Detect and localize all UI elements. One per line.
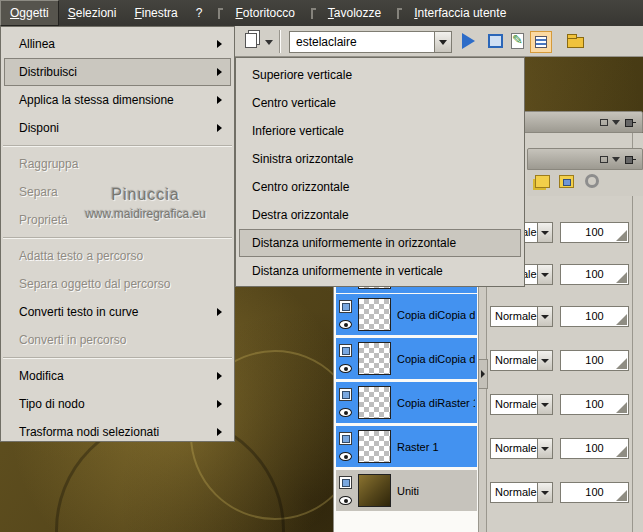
preview-icon[interactable] bbox=[485, 31, 507, 53]
opacity-field[interactable]: 100 bbox=[560, 264, 629, 285]
layer-row[interactable]: Copia diCopia diRas... bbox=[336, 338, 477, 379]
edit-preset-icon[interactable]: ✎ bbox=[508, 31, 530, 53]
menu-item-trasforma-nodi-selezionati[interactable]: Trasforma nodi selezionati bbox=[4, 418, 231, 446]
layer-thumbnail bbox=[358, 342, 391, 375]
layer-name: Raster 1 bbox=[397, 441, 439, 453]
opacity-field[interactable]: 100 bbox=[560, 222, 629, 243]
combo-arrow-icon[interactable] bbox=[434, 32, 451, 52]
submenu-arrow-icon bbox=[217, 68, 222, 76]
layer-row[interactable]: Copia diCopia diCop... bbox=[336, 294, 477, 335]
blend-mode-combo[interactable]: Normale bbox=[490, 350, 553, 371]
menu-item-distribuisci[interactable]: Distribuisci bbox=[4, 58, 231, 86]
submenu-item-sinistra-orizzontale[interactable]: Sinistra orizzontale bbox=[239, 145, 521, 173]
pin-icon[interactable] bbox=[624, 116, 637, 128]
visibility-eye-icon[interactable] bbox=[339, 320, 352, 329]
layer-type-icon bbox=[339, 432, 352, 445]
menu-item-adatta-testo-a-percorso[interactable]: Adatta testo a percorso bbox=[4, 242, 231, 270]
menubar-item-selezioni[interactable]: Selezioni bbox=[59, 0, 126, 26]
menu-separator bbox=[3, 357, 232, 359]
submenu-item-superiore-verticale[interactable]: Superiore verticale bbox=[239, 61, 521, 89]
new-vector-layer-icon[interactable] bbox=[559, 175, 574, 188]
visibility-eye-icon[interactable] bbox=[339, 408, 352, 417]
opacity-field[interactable]: 100 bbox=[560, 350, 629, 371]
combo-arrow-icon[interactable] bbox=[537, 265, 552, 284]
opacity-field[interactable]: 100 bbox=[560, 482, 629, 503]
resource-list-icon[interactable] bbox=[530, 31, 552, 53]
submenu-arrow-icon bbox=[217, 124, 222, 132]
opacity-field[interactable]: 100 bbox=[560, 306, 629, 327]
menu-item-raggruppa[interactable]: Raggruppa bbox=[4, 150, 231, 178]
submenu-arrow-icon bbox=[217, 96, 222, 104]
combo-arrow-icon[interactable] bbox=[537, 395, 552, 414]
export-icon[interactable] bbox=[565, 31, 587, 53]
preset-dropdown-icon[interactable] bbox=[265, 40, 273, 45]
splitter-handle-icon[interactable] bbox=[478, 359, 488, 389]
restore-icon[interactable] bbox=[600, 156, 608, 163]
blend-mode-combo[interactable]: Normale bbox=[490, 306, 553, 327]
menu-item-tipo-di-nodo[interactable]: Tipo di nodo bbox=[4, 390, 231, 418]
combo-arrow-icon[interactable] bbox=[537, 351, 552, 370]
submenu-arrow-icon bbox=[217, 40, 222, 48]
toolbar-grip-icon bbox=[311, 8, 316, 19]
menu-separator bbox=[3, 145, 232, 147]
menu-separator bbox=[3, 237, 232, 239]
menu-item-allinea[interactable]: Allinea bbox=[4, 30, 231, 58]
copy-preset-icon[interactable] bbox=[245, 33, 257, 48]
layer-type-icon bbox=[339, 300, 352, 313]
submenu-arrow-icon bbox=[217, 308, 222, 316]
opacity-field[interactable]: 100 bbox=[560, 394, 629, 415]
restore-icon[interactable] bbox=[600, 119, 608, 126]
combo-arrow-icon[interactable] bbox=[537, 307, 552, 326]
blend-mode-combo[interactable]: Normale bbox=[490, 394, 553, 415]
apply-icon[interactable] bbox=[462, 33, 475, 49]
combo-arrow-icon[interactable] bbox=[537, 439, 552, 458]
menubar-item-help[interactable]: ? bbox=[187, 0, 212, 26]
layer-row[interactable]: Raster 1 bbox=[336, 426, 477, 467]
menu-item-converti-testo-in-curve[interactable]: Converti testo in curve bbox=[4, 298, 231, 326]
submenu-item-inferiore-verticale[interactable]: Inferiore verticale bbox=[239, 117, 521, 145]
combo-arrow-icon[interactable] bbox=[537, 483, 552, 502]
menu-item-proprieta[interactable]: Proprietà bbox=[4, 206, 231, 234]
menu-caret-icon[interactable] bbox=[612, 157, 620, 162]
layer-type-icon bbox=[339, 344, 352, 357]
toolbar-grip-icon bbox=[218, 8, 223, 19]
menubar: Oggetti Selezioni Finestra ? Fotoritocco… bbox=[0, 0, 643, 26]
layer-thumbnail bbox=[358, 298, 391, 331]
submenu-item-distanza-uniformemente-in-verticale[interactable]: Distanza uniformemente in verticale bbox=[239, 257, 521, 285]
combo-arrow-icon[interactable] bbox=[537, 223, 552, 242]
submenu-item-distanza-uniformemente-in-orizzontale[interactable]: Distanza uniformemente in orizzontale bbox=[239, 229, 521, 257]
menubar-item-oggetti[interactable]: Oggetti bbox=[0, 0, 59, 26]
toolbar-grip-icon bbox=[397, 8, 402, 19]
menu-item-applica-stessa-dimensione[interactable]: Applica la stessa dimensione bbox=[4, 86, 231, 114]
blend-mode-combo[interactable]: Normale bbox=[490, 438, 553, 459]
menu-item-modifica[interactable]: Modifica bbox=[4, 362, 231, 390]
new-layer-icon[interactable] bbox=[535, 175, 550, 188]
layer-row[interactable]: Copia diRaster 1 bbox=[336, 382, 477, 423]
menu-item-separa-oggetto-dal-percorso[interactable]: Separa oggetto dal percorso bbox=[4, 270, 231, 298]
menu-caret-icon[interactable] bbox=[612, 120, 620, 125]
menubar-item-finestra[interactable]: Finestra bbox=[125, 0, 186, 26]
opacity-field[interactable]: 100 bbox=[560, 438, 629, 459]
menu-item-disponi[interactable]: Disponi bbox=[4, 114, 231, 142]
submenu-item-centro-verticale[interactable]: Centro verticale bbox=[239, 89, 521, 117]
menu-item-separa[interactable]: Separa bbox=[4, 178, 231, 206]
menubar-item-fotoritocco[interactable]: Fotoritocco bbox=[226, 0, 303, 26]
layer-row[interactable]: Uniti bbox=[336, 470, 477, 511]
blend-mode-combo[interactable]: Normale bbox=[490, 482, 553, 503]
submenu-item-centro-orizzontale[interactable]: Centro orizzontale bbox=[239, 173, 521, 201]
submenu-item-destra-orizzontale[interactable]: Destra orizzontale bbox=[239, 201, 521, 229]
layer-name: Copia diCopia diCop... bbox=[397, 309, 475, 321]
menu-item-converti-in-percorso[interactable]: Converti in percorso bbox=[4, 326, 231, 354]
mask-ring-icon[interactable] bbox=[585, 174, 599, 188]
layer-thumbnail bbox=[358, 430, 391, 463]
menubar-item-interfaccia-utente[interactable]: Interfaccia utente bbox=[405, 0, 515, 26]
layer-thumbnail bbox=[358, 474, 391, 507]
visibility-eye-icon[interactable] bbox=[339, 364, 352, 373]
pin-icon[interactable] bbox=[624, 153, 637, 165]
palette-titlebar[interactable] bbox=[527, 148, 643, 170]
preset-combobox[interactable]: estelaclaire bbox=[289, 31, 452, 53]
menubar-item-tavolozze[interactable]: Tavolozze bbox=[319, 0, 390, 26]
visibility-eye-icon[interactable] bbox=[339, 496, 352, 505]
layer-type-icon bbox=[339, 388, 352, 401]
visibility-eye-icon[interactable] bbox=[339, 452, 352, 461]
